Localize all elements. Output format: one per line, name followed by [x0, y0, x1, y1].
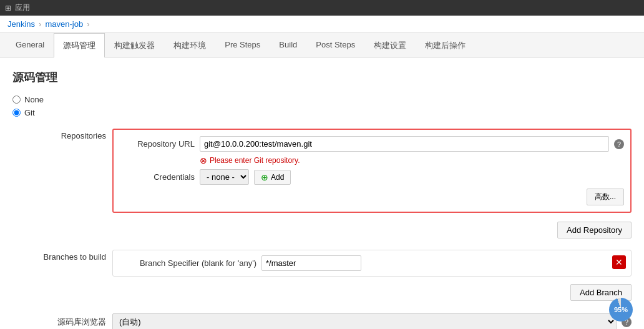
add-repo-row: Add Repository	[112, 217, 632, 238]
browser-row: 源码库浏览器 (自动) ?	[12, 310, 632, 329]
branch-specifier-label: Branch Specifier (blank for 'any')	[119, 258, 256, 268]
branches-label: Branches to build	[12, 246, 112, 305]
browser-field: (自动) ?	[112, 310, 632, 329]
scm-none-radio[interactable]	[12, 96, 21, 104]
branch-specifier-row: Branch Specifier (blank for 'any')	[119, 255, 625, 271]
scm-none-option[interactable]: None	[12, 95, 632, 104]
advanced-row: 高数...	[120, 185, 624, 205]
repo-url-help-icon[interactable]: ?	[614, 139, 624, 149]
credentials-add-button[interactable]: ⊕ Add	[254, 170, 291, 185]
progress-circle: 95%	[609, 298, 633, 322]
repo-url-input[interactable]	[200, 136, 609, 152]
repositories-section: Repositories Repository URL ? ⊗ Please e…	[12, 125, 632, 329]
scm-git-label: Git	[24, 108, 35, 117]
error-circle-icon: ⊗	[200, 155, 207, 165]
tab-source[interactable]: 源码管理	[54, 33, 105, 57]
tab-bar: General 源码管理 构建触发器 构建环境 Pre Steps Build …	[0, 33, 644, 57]
section-title: 源码管理	[12, 70, 632, 85]
browser-select[interactable]: (自动)	[112, 313, 617, 329]
repo-url-label: Repository URL	[120, 139, 195, 149]
top-bar-label: 应用	[15, 2, 30, 13]
branch-box: ✕ Branch Specifier (blank for 'any')	[112, 250, 632, 277]
tab-presteps[interactable]: Pre Steps	[215, 33, 270, 57]
tab-postactions[interactable]: 构建后操作	[416, 33, 475, 57]
credentials-row: Credentials - none - ⊕ Add	[120, 169, 624, 185]
breadcrumb-jenkins[interactable]: Jenkins	[7, 19, 35, 29]
breadcrumb-sep-1: ›	[39, 19, 41, 29]
add-repository-button[interactable]: Add Repository	[557, 222, 632, 238]
breadcrumb: Jenkins › maven-job ›	[0, 16, 644, 33]
progress-value: 95%	[614, 306, 628, 313]
repositories-field: Repository URL ? ⊗ Please enter Git repo…	[112, 125, 632, 242]
scm-options: None Git	[12, 95, 632, 117]
scm-git-radio[interactable]	[12, 109, 21, 117]
scm-none-label: None	[24, 95, 44, 104]
scm-git-option[interactable]: Git	[12, 108, 632, 117]
content-area: 源码管理 None Git Repositories Repository UR…	[0, 57, 644, 329]
tab-general[interactable]: General	[6, 33, 54, 57]
credentials-label: Credentials	[120, 172, 195, 182]
add-branch-row: Add Branch	[112, 280, 632, 301]
delete-branch-button[interactable]: ✕	[612, 255, 626, 269]
tab-env[interactable]: 构建环境	[164, 33, 215, 57]
browser-label: 源码库浏览器	[12, 310, 112, 330]
branches-field: ✕ Branch Specifier (blank for 'any') Add…	[112, 246, 632, 305]
error-text: Please enter Git repository.	[210, 156, 300, 165]
credentials-add-label: Add	[271, 173, 284, 182]
breadcrumb-sep-2: ›	[87, 19, 89, 29]
tab-settings[interactable]: 构建设置	[364, 33, 416, 57]
top-bar: ⊞ 应用	[0, 0, 644, 16]
repo-url-row: Repository URL ?	[120, 136, 624, 152]
tab-poststeps[interactable]: Post Steps	[306, 33, 364, 57]
branches-row: Branches to build ✕ Branch Specifier (bl…	[12, 246, 632, 305]
tab-build[interactable]: Build	[270, 33, 306, 57]
repo-error-msg: ⊗ Please enter Git repository.	[200, 155, 624, 165]
plus-icon: ⊕	[261, 172, 268, 182]
advanced-button[interactable]: 高数...	[587, 189, 624, 205]
breadcrumb-maven-job[interactable]: maven-job	[45, 19, 83, 29]
repo-box: Repository URL ? ⊗ Please enter Git repo…	[112, 129, 632, 213]
repositories-row: Repositories Repository URL ? ⊗ Please e…	[12, 125, 632, 242]
app-icon: ⊞	[5, 4, 11, 12]
branch-specifier-input[interactable]	[261, 255, 361, 271]
credentials-select[interactable]: - none -	[200, 169, 249, 185]
repositories-label: Repositories	[12, 125, 112, 242]
tab-triggers[interactable]: 构建触发器	[105, 33, 164, 57]
